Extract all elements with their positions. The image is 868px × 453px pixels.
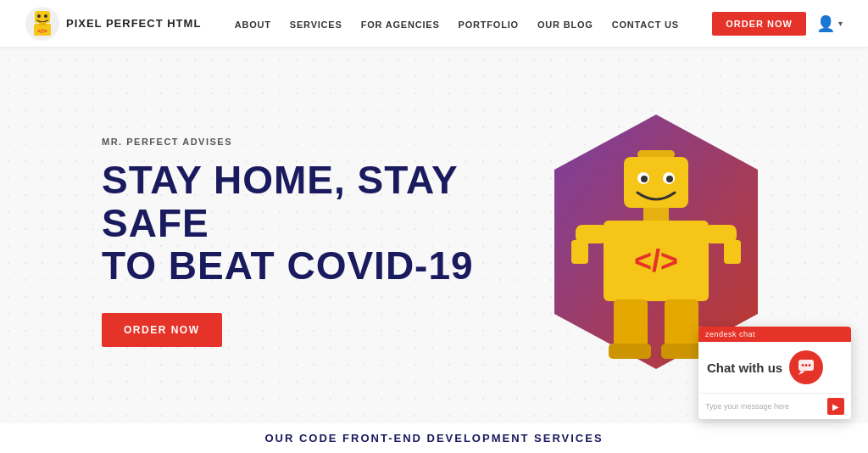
svg-point-13 <box>666 176 673 182</box>
chat-input-placeholder[interactable]: Type your message here <box>705 402 827 411</box>
bottom-bar: OUR CODE FRONT-END DEVELOPMENT SERVICES <box>0 423 868 453</box>
svg-marker-29 <box>798 371 805 375</box>
svg-rect-22 <box>665 299 698 350</box>
svg-rect-21 <box>614 299 648 350</box>
hero-left: MR. PERFECT ADVISES STAY HOME, STAY SAFE… <box>102 137 509 347</box>
send-icon: ▶ <box>832 402 839 411</box>
nav-item-portfolio[interactable]: PORTFOLIO <box>459 16 519 31</box>
chevron-down-icon: ▾ <box>838 19 843 28</box>
bottom-bar-text: OUR CODE FRONT-END DEVELOPMENT SERVICES <box>264 432 603 445</box>
chat-bubble-icon <box>789 350 823 384</box>
svg-rect-6 <box>39 22 46 25</box>
nav-item-agencies[interactable]: FOR AGENCIES <box>361 16 440 31</box>
user-menu[interactable]: 👤 ▾ <box>816 14 843 33</box>
chat-footer: Type your message here ▶ <box>698 393 851 419</box>
svg-point-3 <box>44 14 47 18</box>
nav-item-contact[interactable]: CONTACT US <box>612 16 679 31</box>
logo[interactable]: </> PIXEL PERFECT HTML <box>25 7 201 41</box>
navbar: </> PIXEL PERFECT HTML ABOUT SERVICES FO… <box>0 0 868 47</box>
logo-icon: </> <box>25 7 59 41</box>
svg-rect-1 <box>35 11 50 23</box>
svg-point-12 <box>641 176 648 182</box>
svg-text:</>: </> <box>37 27 47 35</box>
chat-body: Chat with us <box>698 342 851 393</box>
order-now-button-hero[interactable]: ORDER NOW <box>102 313 222 347</box>
svg-rect-19 <box>571 240 588 264</box>
svg-rect-24 <box>661 344 704 359</box>
svg-rect-23 <box>609 344 651 359</box>
hero-subtitle: MR. PERFECT ADVISES <box>102 137 509 147</box>
svg-rect-14 <box>643 208 669 221</box>
nav-item-services[interactable]: SERVICES <box>290 16 342 31</box>
hero-title: STAY HOME, STAY SAFE TO BEAT COVID-19 <box>102 159 509 288</box>
nav-links: ABOUT SERVICES FOR AGENCIES PORTFOLIO OU… <box>235 16 679 31</box>
hero-title-line2: TO BEAT COVID-19 <box>102 243 474 288</box>
chat-send-button[interactable]: ▶ <box>827 398 844 415</box>
hero-title-line1: STAY HOME, STAY SAFE <box>102 158 458 245</box>
svg-point-2 <box>37 14 41 18</box>
nav-item-blog[interactable]: OUR BLOG <box>537 16 593 31</box>
chat-body-text: Chat with us <box>707 361 782 375</box>
chat-header: zendesk chat <box>698 327 851 342</box>
user-icon: 👤 <box>816 14 835 33</box>
svg-point-28 <box>809 364 811 366</box>
order-now-button-nav[interactable]: ORDER NOW <box>712 12 806 36</box>
svg-point-27 <box>805 364 808 366</box>
nav-item-about[interactable]: ABOUT <box>235 16 271 31</box>
nav-right: ORDER NOW 👤 ▾ <box>712 12 843 36</box>
svg-point-26 <box>802 364 804 366</box>
logo-text: PIXEL PERFECT HTML <box>66 17 201 30</box>
chat-widget[interactable]: zendesk chat Chat with us Type your mess… <box>698 327 851 419</box>
svg-text:</>: </> <box>634 243 678 278</box>
svg-rect-20 <box>724 240 741 264</box>
